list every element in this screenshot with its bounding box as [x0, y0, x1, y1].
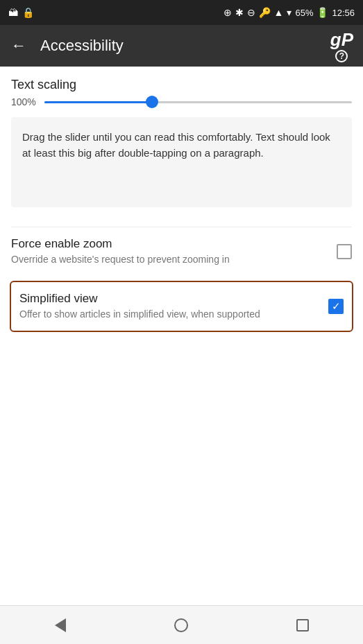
slider-value-label: 100% — [11, 96, 36, 107]
lock-icon: 🔒 — [22, 7, 34, 18]
back-triangle-icon — [55, 618, 66, 632]
simplified-view-info: Simplified view Offer to show articles i… — [19, 292, 317, 322]
photo-icon: 🏔 — [8, 7, 18, 18]
back-button[interactable]: ← — [11, 37, 26, 55]
nav-bar — [0, 605, 363, 644]
preview-text: Drag the slider until you can read this … — [22, 130, 341, 161]
force-enable-zoom-info: Force enable zoom Override a website's r… — [11, 237, 326, 267]
dnd-icon: ⊖ — [247, 7, 255, 18]
nav-home-button[interactable] — [164, 611, 199, 639]
sync-icon: ⊕ — [223, 7, 232, 18]
text-scaling-section: Text scaling 100% Drag the slider until … — [11, 78, 352, 227]
battery-percent: 65% — [295, 8, 313, 18]
simplified-view-name: Simplified view — [19, 292, 317, 306]
main-content: Text scaling 100% Drag the slider until … — [0, 67, 363, 332]
app-bar: ← Accessibility gP ? — [0, 25, 363, 67]
simplified-view-desc: Offer to show articles in simplified vie… — [19, 308, 317, 322]
status-bar-left: 🏔 🔒 — [8, 7, 34, 18]
force-enable-zoom-checkbox[interactable] — [337, 244, 352, 259]
wifi-icon: ▾ — [287, 7, 292, 18]
text-scaling-title: Text scaling — [11, 78, 352, 92]
vpn-icon: 🔑 — [259, 7, 271, 18]
battery-icon: 🔋 — [316, 7, 328, 18]
status-bar: 🏔 🔒 ⊕ ✱ ⊖ 🔑 ▲ ▾ 65% 🔋 12:56 — [0, 0, 363, 25]
checkmark-icon: ✓ — [332, 301, 341, 311]
force-enable-zoom-row[interactable]: Force enable zoom Override a website's r… — [11, 227, 352, 277]
home-circle-icon — [174, 618, 188, 632]
simplified-view-checkbox[interactable]: ✓ — [328, 299, 344, 314]
time-display: 12:56 — [332, 8, 355, 18]
bluetooth-icon: ✱ — [235, 7, 244, 18]
logo-text: gP — [330, 31, 353, 49]
nav-back-button[interactable] — [43, 611, 78, 639]
help-button[interactable]: ? — [335, 50, 348, 62]
text-scale-slider[interactable] — [44, 95, 352, 109]
signal-icon: ▲ — [274, 7, 284, 18]
recent-square-icon — [296, 619, 309, 632]
page-title: Accessibility — [40, 37, 352, 55]
preview-box: Drag the slider until you can read this … — [11, 117, 352, 207]
slider-row: 100% — [11, 95, 352, 109]
status-bar-right: ⊕ ✱ ⊖ 🔑 ▲ ▾ 65% 🔋 12:56 — [223, 7, 355, 18]
slider-thumb[interactable] — [146, 96, 158, 108]
simplified-view-row[interactable]: Simplified view Offer to show articles i… — [10, 281, 353, 333]
logo-area: gP ? — [330, 31, 353, 62]
slider-fill — [44, 101, 152, 103]
force-enable-zoom-name: Force enable zoom — [11, 237, 326, 251]
force-enable-zoom-desc: Override a website's request to prevent … — [11, 253, 326, 267]
simplified-view-highlighted: Simplified view Offer to show articles i… — [11, 281, 352, 333]
nav-recent-button[interactable] — [285, 611, 320, 639]
slider-track — [44, 101, 352, 103]
